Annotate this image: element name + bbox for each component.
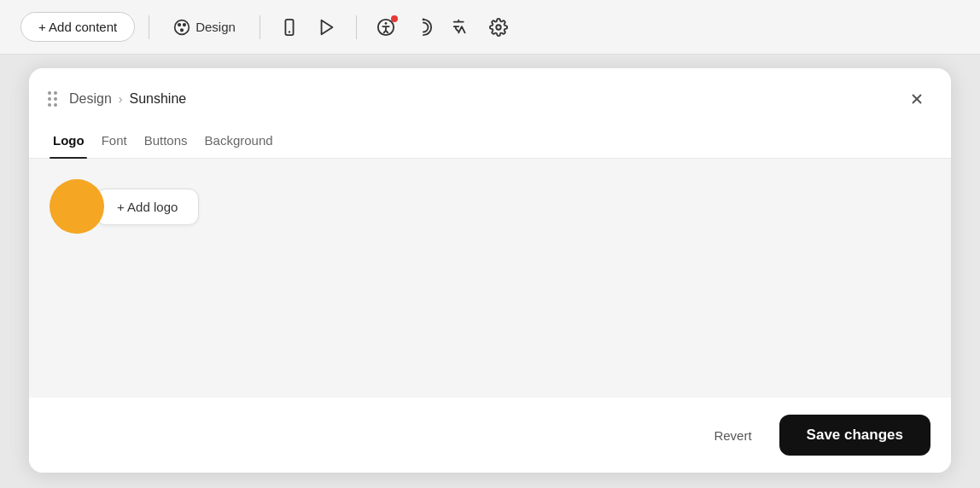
- toolbar-divider-3: [356, 15, 357, 39]
- svg-point-0: [175, 20, 190, 34]
- breadcrumb-current: Sunshine: [129, 91, 186, 107]
- toolbar-divider-1: [149, 15, 149, 39]
- add-content-button[interactable]: + Add content: [20, 12, 135, 42]
- play-icon: [318, 18, 336, 37]
- tab-buttons[interactable]: Buttons: [141, 126, 201, 158]
- drag-dot: [54, 91, 57, 95]
- drag-dot: [48, 91, 51, 95]
- close-icon: [909, 91, 925, 107]
- save-changes-button[interactable]: Save changes: [779, 415, 930, 456]
- logo-area: + Add logo: [50, 179, 930, 234]
- settings-button[interactable]: [483, 12, 514, 43]
- drag-dot: [54, 97, 57, 101]
- logo-preview: [50, 179, 104, 234]
- design-button[interactable]: Design: [163, 12, 246, 43]
- add-content-label: + Add content: [38, 20, 117, 34]
- svg-point-8: [385, 22, 388, 25]
- toolbar-divider-2: [260, 15, 260, 39]
- panel-header: Design › Sunshine: [29, 68, 951, 113]
- tabs: Logo Font Buttons Background: [29, 113, 951, 159]
- design-label: Design: [195, 20, 236, 34]
- notification-dot: [391, 15, 398, 22]
- tab-background[interactable]: Background: [201, 126, 287, 158]
- breadcrumb-parent[interactable]: Design: [69, 91, 112, 107]
- settings-icon: [489, 18, 508, 37]
- design-panel: Design › Sunshine Logo Font Buttons Back…: [29, 68, 951, 473]
- revert-button[interactable]: Revert: [700, 420, 765, 451]
- drag-handle[interactable]: [46, 90, 59, 108]
- drag-dot: [54, 103, 57, 107]
- svg-marker-6: [321, 20, 332, 34]
- animate-button[interactable]: [408, 12, 439, 43]
- toolbar: + Add content Design: [0, 0, 980, 55]
- mobile-button[interactable]: [274, 12, 305, 43]
- translate-button[interactable]: [446, 12, 476, 43]
- add-logo-label: + Add logo: [117, 200, 178, 214]
- drag-dot: [48, 103, 51, 107]
- close-button[interactable]: [903, 85, 930, 113]
- panel-content: + Add logo: [29, 159, 951, 398]
- translate-icon: [452, 18, 470, 37]
- drag-dot: [48, 97, 51, 101]
- breadcrumb-separator: ›: [119, 92, 123, 106]
- mobile-icon: [280, 18, 299, 37]
- play-button[interactable]: [312, 12, 342, 43]
- svg-point-10: [496, 25, 501, 30]
- palette-icon: [173, 19, 190, 36]
- breadcrumb: Design › Sunshine: [69, 91, 893, 107]
- main-area: Design › Sunshine Logo Font Buttons Back…: [0, 55, 980, 488]
- svg-point-9: [423, 18, 425, 20]
- accessibility-button[interactable]: [370, 12, 401, 43]
- tab-font[interactable]: Font: [98, 126, 141, 158]
- animate-icon: [414, 18, 433, 37]
- svg-point-2: [184, 23, 186, 25]
- add-logo-button[interactable]: + Add logo: [96, 189, 199, 225]
- tab-logo[interactable]: Logo: [50, 126, 98, 158]
- svg-point-3: [181, 29, 184, 32]
- svg-point-1: [178, 23, 181, 25]
- panel-footer: Revert Save changes: [29, 398, 951, 473]
